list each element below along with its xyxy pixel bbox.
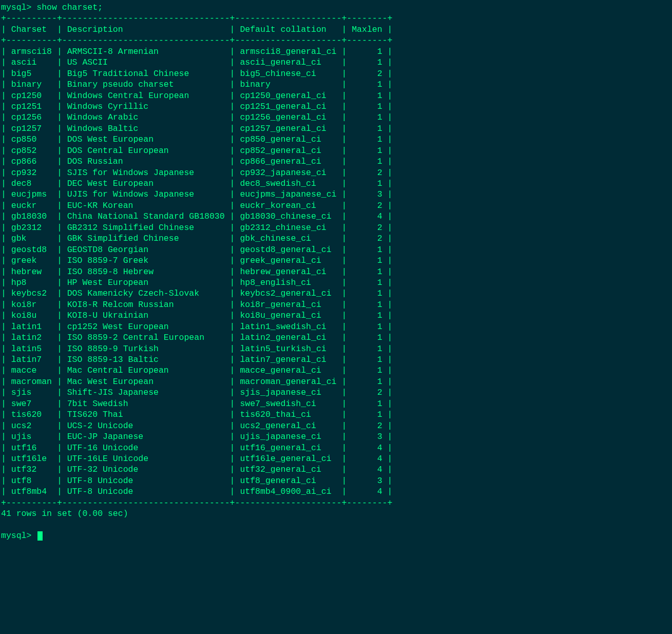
mysql-prompt: mysql>: [1, 3, 36, 12]
mysql-prompt-2: mysql>: [1, 531, 36, 541]
result-footer: 41 rows in set (0.00 sec): [1, 509, 128, 518]
terminal[interactable]: mysql> show charset; +----------+-------…: [0, 0, 672, 541]
prompt-line: mysql> show charset;: [1, 3, 103, 12]
sql-command: show charset;: [36, 3, 103, 12]
result-table: +----------+----------------------------…: [1, 13, 392, 507]
cursor: [37, 531, 43, 541]
